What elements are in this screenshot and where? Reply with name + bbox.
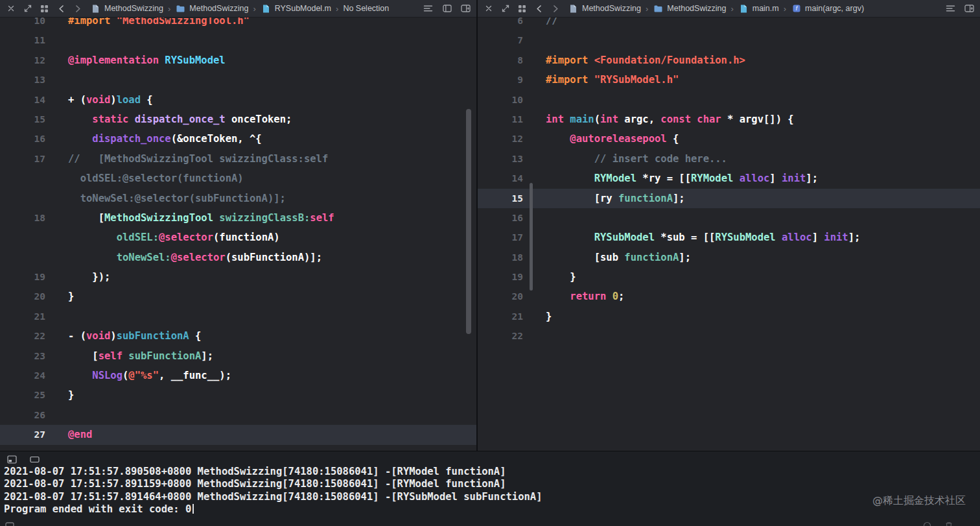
breadcrumb-item[interactable]: MethodSwizzing [90, 4, 163, 14]
code-line[interactable]: 17 RYSubModel *sub = [[RYSubModel alloc]… [478, 228, 980, 247]
line-number[interactable]: 20 [0, 287, 45, 306]
line-number[interactable]: 27 [0, 425, 45, 444]
line-number[interactable]: 18 [0, 208, 45, 228]
back-icon[interactable] [533, 4, 544, 14]
code-line[interactable]: 15 [ry functionA]; [478, 189, 980, 208]
line-number[interactable]: 18 [478, 248, 523, 267]
code-line[interactable]: toNewSel:@selector(subFunctionA)]; [0, 248, 476, 267]
code-line[interactable]: 20 return 0; [478, 287, 980, 306]
line-number[interactable]: 24 [0, 366, 45, 385]
line-number[interactable] [0, 228, 45, 247]
code-line[interactable]: 14 RYModel *ry = [[RYModel alloc] init]; [478, 169, 980, 188]
list-icon[interactable] [945, 4, 956, 14]
breadcrumb-item[interactable]: MethodSwizzing [653, 4, 726, 14]
code-line[interactable]: 10 [478, 90, 980, 110]
grid-icon[interactable] [517, 4, 528, 14]
code-line[interactable]: 19 } [478, 267, 980, 287]
add-editor-icon[interactable] [460, 4, 471, 14]
code-line[interactable]: 11 [0, 30, 476, 50]
variables-view-icon[interactable] [6, 455, 18, 464]
close-icon[interactable] [483, 4, 494, 14]
code-line[interactable]: oldSEL:@selector(functionA) [0, 169, 476, 188]
line-number[interactable]: 26 [0, 405, 45, 425]
line-number[interactable]: 14 [0, 90, 45, 110]
breadcrumb-item[interactable]: RYSubModel.m [261, 4, 331, 14]
line-number[interactable] [0, 189, 45, 208]
line-number[interactable] [0, 248, 45, 267]
line-number[interactable]: 9 [478, 70, 523, 90]
line-number[interactable]: 10 [0, 18, 45, 30]
code-line[interactable]: 16 dispatch_once(&onceToken, ^{ [0, 129, 476, 149]
line-number[interactable]: 20 [478, 287, 523, 306]
code-editor-main[interactable]: 6//78#import <Foundation/Foundation.h>9#… [478, 18, 980, 451]
line-number[interactable]: 7 [478, 30, 523, 50]
line-number[interactable]: 22 [478, 326, 523, 346]
line-number[interactable] [0, 169, 45, 188]
line-number[interactable]: 13 [478, 149, 523, 169]
scrollbar-thumb[interactable] [466, 109, 471, 334]
breadcrumb-item[interactable]: main.m [738, 4, 779, 14]
breadcrumb-item[interactable]: fmain(argc, argv) [791, 4, 864, 14]
forward-icon[interactable] [550, 4, 561, 14]
line-number[interactable]: 25 [0, 385, 45, 405]
code-line[interactable]: 22 [478, 326, 980, 346]
code-line[interactable]: 8#import <Foundation/Foundation.h> [478, 51, 980, 70]
line-number[interactable]: 11 [478, 110, 523, 129]
code-line[interactable]: 23 [self subFunctionA]; [0, 346, 476, 366]
code-line[interactable]: 16 [478, 208, 980, 228]
breadcrumb-item[interactable]: No Selection [343, 4, 389, 13]
debug-console[interactable]: 2021-08-07 17:51:57.890508+0800 MethodSw… [0, 451, 980, 526]
layout-icon[interactable] [441, 4, 452, 14]
expand-icon[interactable] [22, 4, 33, 14]
code-line[interactable]: 18 [sub functionA]; [478, 248, 980, 267]
breadcrumb-item[interactable]: MethodSwizzing [568, 4, 641, 14]
code-line[interactable]: 24 NSLog(@"%s", __func__); [0, 366, 476, 385]
code-line[interactable]: 7 [478, 30, 980, 50]
code-line[interactable]: 11int main(int argc, const char * argv[]… [478, 110, 980, 129]
code-line[interactable]: 9#import "RYSubModel.h" [478, 70, 980, 90]
line-number[interactable]: 10 [478, 90, 523, 110]
line-number[interactable]: 19 [0, 267, 45, 287]
forward-icon[interactable] [73, 4, 84, 14]
line-number[interactable]: 21 [478, 307, 523, 326]
line-number[interactable]: 16 [0, 129, 45, 149]
expand-icon[interactable] [500, 4, 511, 14]
close-icon[interactable] [5, 4, 16, 14]
code-line[interactable]: 12 @autoreleasepool { [478, 129, 980, 149]
code-line[interactable]: 21} [478, 307, 980, 326]
line-number[interactable]: 23 [0, 346, 45, 366]
code-line[interactable]: 18 [MethodSwizzingTool swizzingClassB:se… [0, 208, 476, 228]
line-number[interactable]: 21 [0, 307, 45, 326]
code-line[interactable]: toNewSel:@selector(subFunctionA)]; [0, 189, 476, 208]
code-line[interactable]: 20} [0, 287, 476, 306]
code-line[interactable]: 21 [0, 307, 476, 326]
code-line[interactable]: 17// [MethodSwizzingTool swizzingClass:s… [0, 149, 476, 169]
code-line[interactable]: 26 [0, 405, 476, 425]
code-line[interactable]: 13 // insert code here... [478, 149, 980, 169]
breadcrumb-item[interactable]: MethodSwizzing [175, 4, 248, 14]
line-number[interactable]: 15 [0, 110, 45, 129]
circle-icon[interactable] [922, 521, 933, 526]
code-line[interactable]: 10#import "MethodSwizzingTool.h" [0, 18, 476, 30]
line-number[interactable]: 17 [0, 149, 45, 169]
list-icon[interactable] [423, 4, 434, 14]
console-view-icon[interactable] [29, 455, 40, 464]
back-icon[interactable] [56, 4, 67, 14]
grid-icon[interactable] [39, 4, 50, 14]
code-line[interactable]: 6// [478, 18, 980, 30]
line-number[interactable]: 17 [478, 228, 523, 247]
line-number[interactable]: 6 [478, 18, 523, 30]
line-number[interactable]: 19 [478, 267, 523, 287]
line-number[interactable]: 13 [0, 70, 45, 90]
code-line[interactable]: 14+ (void)load { [0, 90, 476, 110]
code-line[interactable]: oldSEL:@selector(functionA) [0, 228, 476, 247]
line-number[interactable]: 16 [478, 208, 523, 228]
code-editor-rysubmodel[interactable]: 10#import "MethodSwizzingTool.h"1112@imp… [0, 18, 476, 451]
line-number[interactable]: 22 [0, 326, 45, 346]
line-number[interactable]: 14 [478, 169, 523, 188]
code-line[interactable]: 19 }); [0, 267, 476, 287]
line-number[interactable]: 8 [478, 51, 523, 70]
trash-icon[interactable] [943, 521, 954, 526]
code-line[interactable]: 15 static dispatch_once_t onceToken; [0, 110, 476, 129]
code-line[interactable]: 22- (void)subFunctionA { [0, 326, 476, 346]
